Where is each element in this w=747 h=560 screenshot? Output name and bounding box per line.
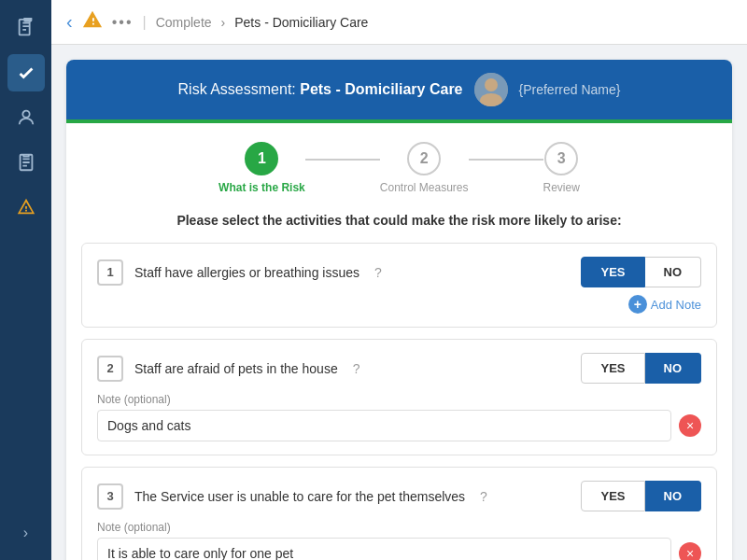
question-top-2: 2 Staff are afraid of pets in the house … [97,353,701,384]
question-text-2: Staff are afraid of pets in the house [134,361,338,376]
note-clear-button-3[interactable]: × [679,542,701,560]
back-button[interactable]: ‹ [66,11,73,33]
question-text-3: The Service user is unable to care for t… [134,489,465,504]
step-1-circle[interactable]: 1 [245,142,278,175]
question-left-1: 1 Staff have allergies or breathing issu… [97,259,382,286]
topbar: ‹ ••• | Complete › Pets - Domiciliary Ca… [51,0,747,45]
question-left-2: 2 Staff are afraid of pets in the house … [97,356,359,382]
question-buttons-2: YES NO [581,353,701,384]
question-help-1: ? [374,265,382,280]
question-help-3: ? [480,489,487,504]
page-title: Pets - Domiciliary Care [234,15,368,30]
sidebar: › [0,0,51,560]
note-section-2: Note (optional) × [97,393,701,441]
svg-point-2 [22,111,29,118]
note-label-2: Note (optional) [97,393,701,406]
add-note-row-1: + Add Note [97,295,701,314]
question-row-2: 2 Staff are afraid of pets in the house … [81,339,717,455]
step-1-label: What is the Risk [218,181,305,194]
card-header: Risk Assessment: Pets - Domiciliary Care… [66,60,732,119]
no-button-1[interactable]: NO [645,257,702,287]
question-left-3: 3 The Service user is unable to care for… [97,483,487,510]
preferred-name: {Preferred Name} [519,82,621,97]
question-prompt: Please select the activities that could … [66,213,732,243]
step-line-2 [469,159,543,161]
sidebar-expand-arrow[interactable]: › [23,525,28,541]
add-note-button-1[interactable]: Add Note [651,298,701,312]
steps: 1 What is the Risk 2 Control Measures 3 … [218,142,580,194]
note-clear-button-2[interactable]: × [679,414,701,437]
no-button-3[interactable]: NO [645,481,702,511]
question-text-1: Staff have allergies or breathing issues [134,265,359,280]
steps-container: 1 What is the Risk 2 Control Measures 3 … [66,123,732,213]
add-note-plus-icon-1[interactable]: + [628,295,647,314]
assessment-card: Risk Assessment: Pets - Domiciliary Care… [66,60,732,560]
note-input-3[interactable] [97,538,671,560]
warning-icon [82,9,103,35]
note-section-3: Note (optional) × [97,521,701,560]
question-top-3: 3 The Service user is unable to care for… [97,481,701,511]
yes-button-2[interactable]: YES [581,353,644,384]
question-row-3: 3 The Service user is unable to care for… [81,467,717,560]
content-area: Risk Assessment: Pets - Domiciliary Care… [51,45,747,560]
yes-button-1[interactable]: YES [581,257,644,287]
svg-point-5 [485,78,498,91]
question-buttons-1: YES NO [581,257,701,287]
svg-rect-1 [24,18,31,21]
avatar [474,73,508,106]
step-2: 2 Control Measures [380,142,469,194]
sidebar-item-check[interactable] [7,54,45,91]
question-buttons-3: YES NO [581,481,701,511]
step-3: 3 Review [543,142,580,194]
sidebar-item-person[interactable] [7,99,45,136]
card-header-bold: Pets - Domiciliary Care [300,81,462,97]
no-button-2[interactable]: NO [645,353,702,384]
question-top-1: 1 Staff have allergies or breathing issu… [97,257,701,287]
breadcrumb-chevron: › [221,15,226,30]
sidebar-item-alert[interactable] [7,189,45,226]
note-label-3: Note (optional) [97,521,701,534]
sidebar-item-clipboard[interactable] [7,144,45,181]
step-2-label: Control Measures [380,181,469,194]
note-input-row-2: × [97,410,701,441]
step-line-1 [305,159,380,161]
main-content: ‹ ••• | Complete › Pets - Domiciliary Ca… [51,0,747,560]
card-header-title: Risk Assessment: Pets - Domiciliary Care [178,81,463,98]
step-3-label: Review [543,181,580,194]
yes-button-3[interactable]: YES [581,481,644,511]
question-number-1: 1 [97,259,123,286]
note-input-2[interactable] [97,410,671,441]
step-2-circle[interactable]: 2 [407,142,441,175]
more-options[interactable]: ••• [112,14,134,31]
status-label: Complete [156,15,212,30]
question-number-3: 3 [97,483,123,510]
note-input-row-3: × [97,538,701,560]
question-row-1: 1 Staff have allergies or breathing issu… [81,243,717,328]
step-1: 1 What is the Risk [218,142,305,194]
step-3-circle[interactable]: 3 [544,142,578,175]
question-help-2: ? [353,361,360,376]
sidebar-item-documents[interactable] [7,9,45,47]
question-number-2: 2 [97,356,123,382]
